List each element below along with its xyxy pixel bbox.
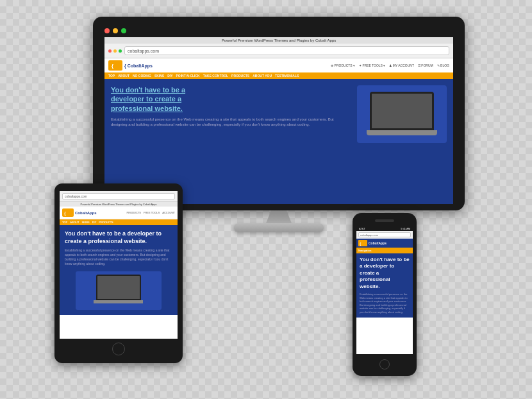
site-nav-bar: TOP ABOUT NO CODING SKINS DIY POINT-N-CL… bbox=[104, 72, 453, 79]
phone-bezel: AT&T 9:41 AM cobaltapps.com { bbox=[353, 213, 417, 376]
mini-dot-yellow bbox=[113, 49, 117, 53]
tablet-laptop-graphic bbox=[96, 275, 141, 307]
phone-speaker bbox=[375, 219, 394, 222]
monitor-traffic-lights bbox=[104, 28, 453, 33]
monitor-base bbox=[234, 223, 324, 232]
site-logo: { { CobaltApps bbox=[108, 60, 153, 71]
tablet-browser-chrome: cobaltapps.com bbox=[60, 191, 178, 202]
tablet-nav-products: PRODUCTS bbox=[127, 211, 141, 214]
hero-body: Establishing a successful presence on th… bbox=[111, 117, 351, 128]
tablet-site-header: { CobaltApps PRODUCTS FREE TOOLS ACCOUNT bbox=[60, 207, 178, 219]
hero-text: You don't have to be a developer to crea… bbox=[111, 85, 351, 143]
browser-tab-title: Powerful Premium WordPress Themes and Pl… bbox=[222, 38, 337, 42]
nav-no-coding: NO CODING bbox=[133, 74, 151, 78]
phone-browser-chrome: cobaltapps.com bbox=[356, 231, 413, 239]
hero-line2: developer to create a bbox=[111, 95, 181, 103]
dot-green bbox=[121, 28, 126, 33]
monitor-bezel: Powerful Premium WordPress Themes and Pl… bbox=[93, 17, 465, 210]
site-hero: You don't have to be a developer to crea… bbox=[104, 79, 453, 149]
browser-tab-bar: Powerful Premium WordPress Themes and Pl… bbox=[104, 37, 453, 44]
tablet-bezel: cobaltapps.com Powerful Premium WordPres… bbox=[54, 183, 183, 363]
tablet-nav-bar: TOP ABOUT SKINS DIY PRODUCTS bbox=[60, 219, 178, 225]
site-content: { { CobaltApps ⊕ PRODUCTS ▾ ✦ FREE TOOLS… bbox=[104, 58, 453, 204]
logo-icon: { bbox=[108, 60, 122, 71]
phone-hero-body: Establishing a successful presence on th… bbox=[360, 293, 410, 314]
tablet-nav-top: TOP bbox=[62, 221, 67, 224]
tablet-screen: cobaltapps.com Powerful Premium WordPres… bbox=[60, 191, 178, 339]
tablet-device: cobaltapps.com Powerful Premium WordPres… bbox=[54, 183, 183, 363]
nav-take-control: TAKE CONTROL bbox=[203, 74, 228, 78]
phone-time: 9:41 AM bbox=[401, 227, 410, 230]
phone-site-header: { CobaltApps bbox=[356, 239, 413, 248]
phone-url-text: cobaltapps.com bbox=[360, 233, 378, 237]
nav-point-n-click: POINT-N-CLICK bbox=[176, 74, 200, 78]
site-nav-top: ⊕ PRODUCTS ▾ ✦ FREE TOOLS ▾ ♟ MY ACCOUNT… bbox=[331, 64, 449, 67]
hero-image-area bbox=[357, 85, 447, 143]
tablet-hero-body: Establishing a successful presence on th… bbox=[65, 248, 172, 266]
scene: Powerful Premium WordPress Themes and Pl… bbox=[16, 10, 516, 389]
tablet-nav-account: ACCOUNT bbox=[162, 211, 175, 214]
tablet-laptop-base bbox=[94, 300, 143, 303]
hero-line1: You don't have to be a bbox=[111, 86, 185, 94]
nav-testimonials: TESTIMONIALS bbox=[275, 74, 299, 78]
laptop-base bbox=[367, 130, 437, 135]
tablet-logo-text: CobaltApps bbox=[75, 211, 97, 215]
nav-products-main: PRODUCTS bbox=[231, 74, 249, 78]
tablet-nav-products: PRODUCTS bbox=[99, 221, 113, 224]
tablet-logo-icon: { bbox=[62, 208, 74, 217]
nav-products: ⊕ PRODUCTS ▾ bbox=[331, 64, 355, 67]
hero-line3: professional website. bbox=[111, 105, 183, 112]
tablet-nav-skins: SKINS bbox=[81, 221, 89, 224]
tablet-url-bar: cobaltapps.com bbox=[62, 193, 175, 200]
tablet-logo: { CobaltApps bbox=[62, 208, 97, 217]
dot-yellow bbox=[113, 28, 118, 33]
tablet-home-button bbox=[112, 343, 125, 355]
nav-about: ABOUT bbox=[118, 74, 129, 78]
monitor-screen: Powerful Premium WordPress Themes and Pl… bbox=[104, 37, 453, 204]
phone-home-button bbox=[379, 359, 390, 369]
tablet-nav-about: ABOUT bbox=[70, 221, 79, 224]
nav-forum: ☰ FORUM bbox=[418, 64, 433, 67]
phone-hero-title: You don't have to be a developer to crea… bbox=[360, 257, 410, 290]
phone-screen: AT&T 9:41 AM cobaltapps.com { bbox=[356, 226, 413, 354]
nav-blog: ✎ BLOG bbox=[437, 64, 449, 67]
tablet-hero: You don't have to be a developer to crea… bbox=[60, 225, 178, 315]
nav-free-tools: ✦ FREE TOOLS ▾ bbox=[359, 64, 385, 67]
nav-skins: SKINS bbox=[154, 74, 164, 78]
tablet-nav-top: PRODUCTS FREE TOOLS ACCOUNT bbox=[127, 211, 175, 214]
nav-about-you: ABOUT YOU bbox=[253, 74, 272, 78]
dot-red bbox=[104, 28, 110, 33]
svg-text:{: { bbox=[112, 63, 113, 69]
phone-device: AT&T 9:41 AM cobaltapps.com { bbox=[353, 213, 417, 376]
laptop-screen bbox=[370, 92, 434, 130]
browser-dots bbox=[108, 49, 122, 53]
phone-carrier: AT&T bbox=[359, 227, 365, 230]
url-text: cobaltapps.com bbox=[128, 49, 159, 53]
browser-url-bar[interactable]: cobaltapps.com bbox=[124, 46, 449, 55]
nav-account: ♟ MY ACCOUNT bbox=[389, 64, 414, 67]
nav-top: TOP bbox=[108, 74, 115, 78]
nav-diy: DIY bbox=[167, 74, 172, 78]
browser-chrome: cobaltapps.com bbox=[104, 44, 453, 58]
phone-url-bar: cobaltapps.com bbox=[358, 232, 411, 237]
monitor-neck bbox=[266, 210, 292, 223]
tablet-nav-tools: FREE TOOLS bbox=[144, 211, 160, 214]
tablet-nav-diy: DIY bbox=[92, 221, 97, 224]
site-logo-text: { CobaltApps bbox=[124, 64, 153, 68]
tablet-url-text: cobaltapps.com bbox=[65, 194, 87, 198]
site-header: { { CobaltApps ⊕ PRODUCTS ▾ ✦ FREE TOOLS… bbox=[104, 58, 453, 72]
svg-text:{: { bbox=[64, 211, 66, 216]
hero-title: You don't have to be a developer to crea… bbox=[111, 85, 351, 113]
phone-logo-icon: { bbox=[358, 240, 367, 246]
mini-dot-green bbox=[119, 49, 122, 53]
phone-logo-text: CobaltApps bbox=[369, 241, 387, 245]
tablet-tab-bar: Powerful Premium WordPress Themes and Pl… bbox=[60, 202, 178, 207]
phone-hero: You don't have to be a developer to crea… bbox=[356, 253, 413, 318]
tablet-hero-title: You don't have to be a developer to crea… bbox=[65, 230, 172, 245]
phone-status-bar: AT&T 9:41 AM bbox=[356, 226, 413, 231]
laptop-graphic bbox=[370, 92, 434, 137]
phone-nav-bar: Navigation bbox=[356, 248, 413, 253]
phone-logo: { CobaltApps bbox=[358, 240, 411, 246]
tablet-laptop-screen bbox=[96, 275, 141, 300]
mini-dot-red bbox=[108, 49, 112, 53]
